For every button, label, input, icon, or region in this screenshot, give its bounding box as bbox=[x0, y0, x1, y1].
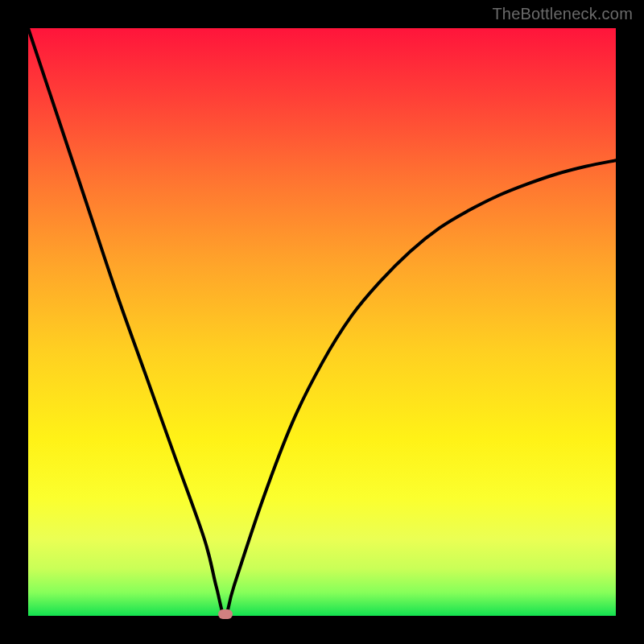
plot-area bbox=[28, 28, 616, 616]
chart-frame: TheBottleneck.com bbox=[0, 0, 644, 644]
watermark-text: TheBottleneck.com bbox=[492, 5, 633, 23]
minimum-marker bbox=[218, 609, 233, 619]
bottleneck-curve bbox=[28, 28, 616, 616]
